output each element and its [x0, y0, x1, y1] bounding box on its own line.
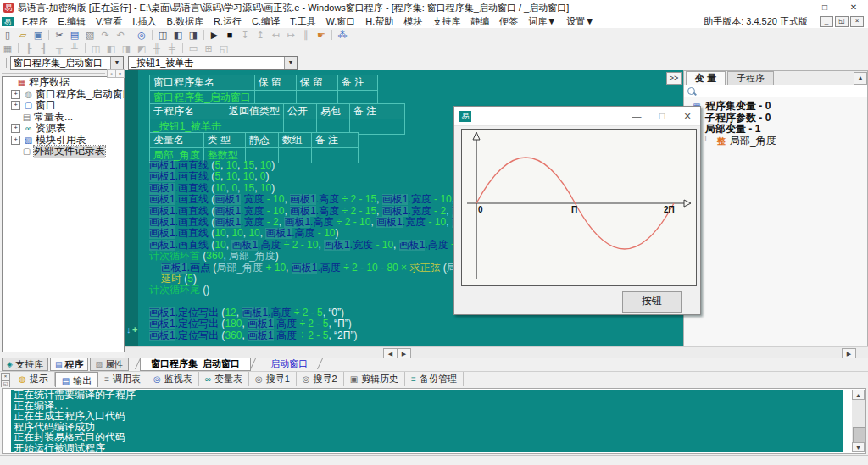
- breakpoint-hand-icon[interactable]: ☛: [314, 29, 328, 41]
- step-into-icon[interactable]: ↧: [238, 29, 252, 41]
- layout-code-icon[interactable]: ◫: [156, 29, 170, 41]
- space-h-icon[interactable]: ╫: [150, 42, 164, 54]
- menu-B.数据库[interactable]: B.数据库: [161, 15, 208, 28]
- output-tab-提示[interactable]: ◍提示: [13, 372, 55, 386]
- variable-search-input[interactable]: [684, 85, 867, 97]
- layout-split-icon[interactable]: ◧: [171, 29, 185, 41]
- output-vscrollbar[interactable]: ▲ ▼: [852, 390, 865, 452]
- expand-icon[interactable]: +: [11, 136, 20, 145]
- size-grid-icon[interactable]: ⊞: [202, 42, 215, 54]
- menu-I.插入[interactable]: I.插入: [127, 15, 161, 28]
- output-tab-调用表[interactable]: ≡调用表: [98, 372, 147, 386]
- menu-E.编辑[interactable]: E.编辑: [53, 15, 91, 28]
- document-tab-_启动窗口[interactable]: _启动窗口: [255, 358, 318, 370]
- undo-icon[interactable]: ↶: [114, 29, 127, 41]
- draw-button[interactable]: 按钮: [622, 291, 682, 313]
- tree-root[interactable]: ▦程序数据: [3, 77, 124, 89]
- menu-支持库[interactable]: 支持库: [427, 15, 465, 28]
- variable-tree-item[interactable]: └整局部_角度: [684, 136, 867, 147]
- tab-变 量[interactable]: 变 量: [686, 71, 726, 85]
- maximize-icon[interactable]: □: [810, 0, 839, 15]
- center-v-icon[interactable]: ◧: [104, 42, 118, 54]
- output-tab-剪辑历史[interactable]: ▣剪辑历史: [344, 372, 405, 386]
- menu-设置▼[interactable]: 设置▼: [561, 15, 599, 28]
- minimize-icon[interactable]: —: [782, 0, 810, 15]
- output-tab-变量表[interactable]: ∞变量表: [199, 372, 249, 386]
- editor-hscrollbar[interactable]: ◀ ▶ ▶: [125, 346, 868, 359]
- size-width-icon[interactable]: ▭: [186, 42, 200, 54]
- menu-C.编译[interactable]: C.编译: [247, 15, 285, 28]
- copy-icon[interactable]: ▤: [68, 29, 81, 41]
- variable-tree-item[interactable]: ▦程序集变量 - 0: [684, 101, 867, 113]
- menu-静编[interactable]: 静编: [465, 15, 494, 28]
- layout-full-icon[interactable]: ◨: [186, 29, 200, 41]
- menu-F.程序[interactable]: F.程序: [17, 15, 53, 28]
- menu-V.查看[interactable]: V.查看: [91, 15, 127, 28]
- stop-icon[interactable]: ■: [223, 29, 236, 41]
- chevron-down-icon[interactable]: ▼: [284, 57, 297, 69]
- form-designer-icon[interactable]: ▦: [1, 42, 14, 54]
- popup-maximize-icon[interactable]: □: [649, 107, 675, 125]
- find-icon[interactable]: ◎: [135, 29, 148, 41]
- output-tab-监视表[interactable]: ◎监视表: [147, 372, 199, 386]
- document-tab-窗口程序集_启动窗口[interactable]: 窗口程序集_启动窗口: [140, 358, 251, 371]
- tree-item-模块引用表[interactable]: +▧模块引用表: [8, 135, 124, 147]
- popup-close-icon[interactable]: ✕: [675, 107, 700, 125]
- step-out-icon[interactable]: ↥: [253, 29, 267, 41]
- expand-icon[interactable]: +: [11, 124, 20, 133]
- center-h-icon[interactable]: ◫: [89, 42, 103, 54]
- compile-wizard-icon[interactable]: ⁂: [336, 29, 349, 41]
- align-bottom-icon[interactable]: ╨: [68, 42, 81, 54]
- size-both-icon[interactable]: ◱: [217, 42, 231, 54]
- menu-便签[interactable]: 便签: [494, 15, 523, 28]
- align-left-icon[interactable]: ┠: [22, 42, 36, 54]
- tree-item-常量表...[interactable]: ▤常量表...: [8, 112, 124, 124]
- mdi-restore-icon[interactable]: ◱: [835, 16, 849, 27]
- output-tab-备份管理[interactable]: ≡备份管理: [405, 372, 464, 386]
- expand-icon[interactable]: +: [11, 90, 20, 99]
- assembly-combobox[interactable]: 窗口程序集_启动窗口 ▼: [10, 56, 124, 70]
- menu-H.帮助[interactable]: H.帮助: [360, 15, 398, 28]
- menu-T.工具[interactable]: T.工具: [285, 15, 321, 28]
- scroll-up-icon[interactable]: ▲: [854, 72, 867, 85]
- run-to-cursor-icon[interactable]: ↦: [284, 29, 298, 41]
- pause-icon[interactable]: ∥: [299, 29, 313, 41]
- tree-item-窗口[interactable]: +▢窗口: [8, 100, 124, 112]
- same-height-icon[interactable]: ◩: [135, 42, 148, 54]
- scroll-down-icon[interactable]: ▼: [852, 442, 865, 452]
- space-v-icon[interactable]: ╪: [165, 42, 179, 54]
- tab-属性[interactable]: ▨属性: [90, 358, 129, 371]
- scrollbar-thumb[interactable]: [853, 427, 865, 444]
- tree-item-外部文件记录表[interactable]: ▢外部文件记录表: [8, 146, 124, 158]
- tab-程序[interactable]: ▤程序: [50, 358, 89, 371]
- panel-close-icon[interactable]: ×: [115, 69, 125, 78]
- save-file-icon[interactable]: ▣: [31, 29, 45, 41]
- redo-icon[interactable]: ↷: [98, 29, 112, 41]
- program-data-tree[interactable]: ▦程序数据+◍窗口程序集_启动窗口+▢窗口▤常量表...+∞资源表+▧模块引用表…: [2, 76, 125, 352]
- popup-minimize-icon[interactable]: —: [624, 107, 649, 125]
- same-width-icon[interactable]: ◨: [120, 42, 133, 54]
- menu-词库▼[interactable]: 词库▼: [523, 15, 561, 28]
- variables-tree[interactable]: ▦程序集变量 - 0▥子程序参数 - 0▣局部变量 - 1└整局部_角度: [684, 97, 867, 147]
- tab-子程序[interactable]: 子程序: [727, 71, 774, 85]
- expand-icon[interactable]: +: [11, 101, 20, 110]
- run-icon[interactable]: ▶: [208, 29, 221, 41]
- close-icon[interactable]: ✕: [839, 0, 868, 15]
- menu-R.运行[interactable]: R.运行: [209, 15, 247, 28]
- variable-tree-item[interactable]: ▥子程序参数 - 0: [684, 113, 867, 125]
- align-top-icon[interactable]: ╥: [53, 42, 66, 54]
- variable-tree-item[interactable]: ▣局部变量 - 1: [684, 124, 867, 136]
- mdi-close-icon[interactable]: ×: [850, 16, 864, 27]
- tree-item-资源表[interactable]: +∞资源表: [8, 123, 124, 135]
- tab-支持库[interactable]: ◈支持库: [2, 358, 48, 371]
- output-tab-搜寻2[interactable]: ◎搜寻2: [297, 372, 344, 386]
- align-right-icon[interactable]: ┨: [37, 42, 51, 54]
- mdi-minimize-icon[interactable]: _: [820, 16, 833, 27]
- output-tab-搜寻1[interactable]: ◎搜寻1: [249, 372, 297, 386]
- running-program-window[interactable]: 易 —□✕ 0Π2Π 按钮: [453, 106, 701, 315]
- paste-icon[interactable]: ▧: [83, 29, 97, 41]
- open-file-icon[interactable]: ▱: [16, 29, 30, 41]
- event-combobox[interactable]: _按钮1_被单击 ▼: [128, 56, 298, 70]
- chevron-down-icon[interactable]: ▼: [110, 57, 123, 69]
- output-tab-输出[interactable]: ▤输出: [55, 372, 98, 388]
